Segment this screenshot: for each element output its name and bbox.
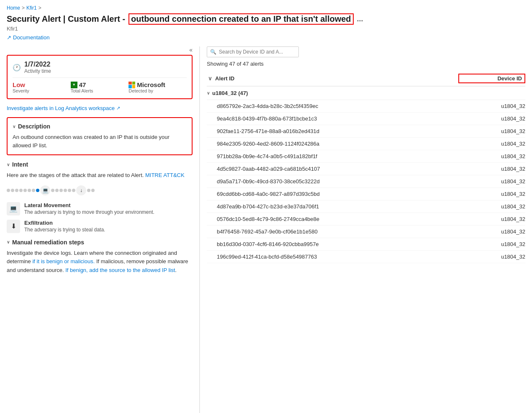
remediation-text: Investigate the device logs. Learn where… <box>7 249 193 275</box>
group-chevron[interactable]: ∨ <box>207 91 210 95</box>
info-box: 🕐 1/7/2022 Activity time Low Severity <box>7 55 193 99</box>
description-chevron[interactable]: ∨ <box>13 124 15 129</box>
table-row[interactable]: 196c99ed-412f-41ca-bcfd-d58e54987763 u18… <box>207 251 525 263</box>
row-alert-id: 902fae11-2756-471e-88a8-a016b2ed431d <box>217 128 458 134</box>
investigate-link[interactable]: Investigate alerts in Log Analytics work… <box>7 105 193 111</box>
row-alert-id: b4f76458-7692-45a7-9e0b-cf06e1b1e580 <box>217 228 458 235</box>
title-highlight: outbound connection created to an IP tha… <box>129 13 354 25</box>
search-icon: 🔍 <box>210 49 216 55</box>
dot-6 <box>28 189 31 192</box>
breadcrumb-sep1: > <box>22 5 25 11</box>
group-header: ∨ u1804_32 (47) <box>207 87 525 100</box>
showing-text: Showing 47 of 47 alerts <box>207 61 525 67</box>
table-row[interactable]: 984e2305-9260-4ed2-8609-1124f024286a u18… <box>207 138 525 150</box>
ip-list-link[interactable]: IP list <box>162 267 175 273</box>
tactic-exfiltration: ⬇ Exfiltration The adversary is trying t… <box>7 220 193 233</box>
table-row[interactable]: d9a5a717-0b9c-49cd-8370-38ce05c3222d u18… <box>207 175 525 188</box>
dot-9 <box>51 189 54 192</box>
remediation-section: ∨ Manual remediation steps Investigate t… <box>7 239 193 275</box>
description-header: Description <box>18 123 50 130</box>
breadcrumb-sep2: > <box>39 5 41 11</box>
intent-header: Intent <box>12 161 28 168</box>
table-row[interactable]: 9ea4c818-0439-4f7b-880a-673f1bcbe1c3 u18… <box>207 113 525 125</box>
table-row[interactable]: d865792e-2ac3-4dda-b28c-3b2c5f4359ec u18… <box>207 100 525 113</box>
breadcrumb-home[interactable]: Home <box>7 5 20 11</box>
breadcrumb: Home > Kfir1 > <box>7 5 525 11</box>
table-row[interactable]: 0576dc10-5ed8-4c79-9c86-2749cca4be8e u18… <box>207 213 525 226</box>
row-alert-id: 9ea4c818-0439-4f7b-880a-673f1bcbe1c3 <box>217 115 458 122</box>
benign-malicious-link[interactable]: if it is benign or malicious. <box>32 258 95 264</box>
exfiltration-desc: The adversary is trying to steal data. <box>24 227 105 233</box>
row-device-id: u1804_32 <box>458 191 525 197</box>
search-input[interactable] <box>207 46 299 57</box>
dot-10 <box>55 189 59 192</box>
search-bar: 🔍 <box>207 46 525 57</box>
table-row[interactable]: b4f76458-7692-45a7-9e0b-cf06e1b1e580 u18… <box>207 226 525 238</box>
table-row[interactable]: bb16d30d-0307-4cf6-8146-920cbba9957e u18… <box>207 238 525 251</box>
total-alerts-cell: 47 Total Alerts <box>71 81 129 93</box>
table-row[interactable]: 4d5c9827-0aab-4482-a029-ca681b5c4107 u18… <box>207 163 525 175</box>
exfiltration-icon: ⬇ <box>7 220 20 233</box>
table-row[interactable]: 971bb28a-0b9e-4c74-a0b5-c491a182bf1f u18… <box>207 150 525 163</box>
lateral-movement-title: Lateral Movement <box>24 202 154 208</box>
dot-16 <box>91 189 95 192</box>
row-alert-id: 196c99ed-412f-41ca-bcfd-d58e54987763 <box>217 254 458 260</box>
description-text: An outbound connection was created to an… <box>13 133 187 149</box>
lateral-movement-icon: 💻 <box>7 202 20 215</box>
timeline-icon-1: 💻 <box>40 185 50 195</box>
breadcrumb-kfir1[interactable]: Kfir1 <box>26 5 37 11</box>
row-device-id: u1804_32 <box>458 254 525 260</box>
table-row[interactable]: 902fae11-2756-471e-88a8-a016b2ed431d u18… <box>207 125 525 138</box>
row-alert-id: 984e2305-9260-4ed2-8609-1124f024286a <box>217 141 458 147</box>
device-id-col-header: Device ID <box>458 74 525 83</box>
dot-7 <box>32 189 35 192</box>
row-alert-id: d865792e-2ac3-4dda-b28c-3b2c5f4359ec <box>217 103 458 109</box>
page-title: Security Alert | Custom Alert - outbound… <box>7 13 525 25</box>
external-link-icon: ↗ <box>7 34 11 41</box>
dot-5 <box>23 189 27 192</box>
table-row[interactable]: 4d87ea9b-b704-427c-b23d-e3e37da706f1 u18… <box>207 200 525 213</box>
intent-section: ∨ Intent Here are the stages of the atta… <box>7 161 193 233</box>
intent-chevron[interactable]: ∨ <box>7 162 10 167</box>
dot-14 <box>72 189 75 192</box>
clock-icon: 🕐 <box>13 64 21 72</box>
description-box: ∨ Description An outbound connection was… <box>7 117 193 155</box>
documentation-link[interactable]: ↗ Documentation <box>7 34 525 41</box>
severity-cell: Low Severity <box>13 81 71 93</box>
dot-13 <box>68 189 71 192</box>
severity-value: Low <box>13 81 71 88</box>
row-device-id: u1804_32 <box>458 228 525 235</box>
activity-label: Activity time <box>24 68 51 74</box>
microsoft-logo <box>129 82 135 88</box>
row-device-id: u1804_32 <box>458 141 525 147</box>
row-device-id: u1804_32 <box>458 128 525 134</box>
activity-date: 1/7/2022 <box>24 61 51 68</box>
row-device-id: u1804_32 <box>458 241 525 247</box>
row-alert-id: 69cdd6bb-cd68-4a0c-9827-a897d393c5bd <box>217 191 458 197</box>
remediation-chevron[interactable]: ∨ <box>7 240 10 244</box>
table-row[interactable]: 69cdd6bb-cd68-4a0c-9827-a897d393c5bd u18… <box>207 188 525 200</box>
timeline-icon-2: ↓ <box>76 185 86 195</box>
group-label: u1804_32 (47) <box>212 90 248 96</box>
collapse-icon[interactable]: « <box>189 46 193 53</box>
investigate-label: Investigate alerts in Log Analytics work… <box>7 105 115 111</box>
table-header: ∨ Alert ID Device ID <box>207 71 525 87</box>
timeline: 💻 ↓ <box>7 183 193 198</box>
collapse-all-button[interactable]: ∨ <box>207 75 213 82</box>
row-alert-id: 971bb28a-0b9e-4c74-a0b5-c491a182bf1f <box>217 153 458 159</box>
alert-rows-container: d865792e-2ac3-4dda-b28c-3b2c5f4359ec u18… <box>207 100 525 263</box>
total-alerts-label: Total Alerts <box>71 88 129 93</box>
detected-by-label: Detected by <box>129 88 187 93</box>
title-ellipsis[interactable]: ... <box>357 15 363 23</box>
external-link-icon2: ↗ <box>116 105 120 111</box>
mitre-link[interactable]: MITRE ATT&CK <box>145 172 185 178</box>
alert-id-col-header: Alert ID <box>215 75 234 82</box>
severity-label: Severity <box>13 88 71 93</box>
benign-link[interactable]: If benign, add the source to the allowed <box>65 267 160 273</box>
dot-1 <box>7 189 10 192</box>
remediation-header: Manual remediation steps <box>12 239 84 246</box>
dot-11 <box>59 189 63 192</box>
alert-icon <box>71 82 77 88</box>
row-alert-id: 0576dc10-5ed8-4c79-9c86-2749cca4be8e <box>217 216 458 222</box>
row-device-id: u1804_32 <box>458 153 525 159</box>
